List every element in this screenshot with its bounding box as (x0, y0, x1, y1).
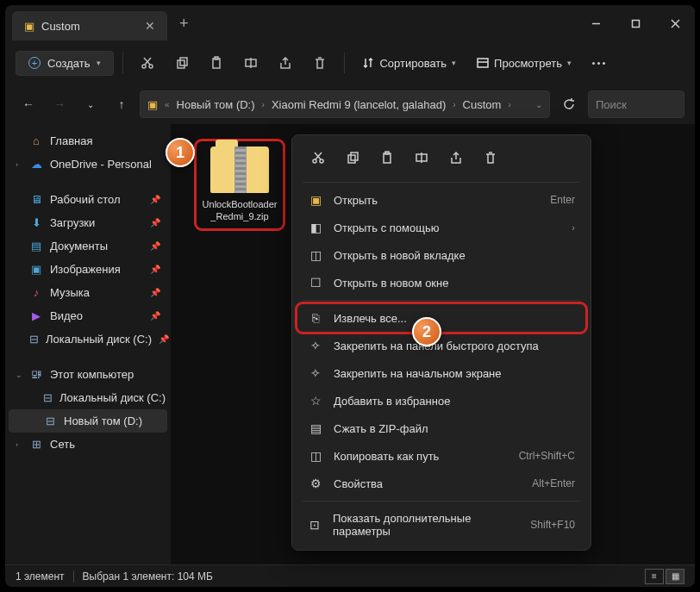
svg-line-7 (144, 58, 150, 65)
svg-point-4 (142, 65, 146, 68)
video-icon: ▶ (29, 309, 43, 322)
pin-icon: 📌 (150, 265, 160, 274)
sidebar-item-newvol[interactable]: ⊟Новый том (D:) (9, 409, 167, 433)
close-button[interactable] (655, 5, 695, 41)
sidebar-item-pictures[interactable]: ▣Изображения📌 (9, 258, 167, 281)
drive-icon: ⊟ (43, 414, 57, 427)
maximize-button[interactable] (616, 5, 655, 41)
drive-icon: ⊟ (29, 333, 39, 346)
ctx-more-options[interactable]: ⊡Показать дополнительные параметрыShift+… (297, 505, 585, 545)
copy-icon[interactable] (166, 48, 197, 78)
more-options-button[interactable] (584, 62, 614, 65)
ctx-pin-start[interactable]: ✧Закрепить на начальном экране (297, 359, 585, 387)
images-icon: ▣ (29, 263, 43, 276)
copy-icon[interactable] (337, 144, 368, 171)
svg-line-6 (145, 58, 151, 65)
search-input[interactable]: Поиск (588, 90, 684, 118)
callout-badge-1: 1 (166, 138, 195, 167)
ctx-copy-path[interactable]: ◫Копировать как путьCtrl+Shift+C (297, 442, 585, 470)
tab-icon: ◫ (308, 248, 323, 262)
ctx-compress[interactable]: ▤Сжать в ZIP-файл (297, 414, 585, 442)
ctx-open-window[interactable]: ☐Открыть в новом окне (297, 269, 585, 296)
home-icon: ⌂ (29, 134, 43, 147)
delete-icon[interactable] (475, 144, 506, 171)
new-tab-button[interactable]: + (167, 15, 201, 33)
chevron-down-icon: ▾ (97, 59, 101, 67)
view-button[interactable]: Просмотреть ▾ (468, 52, 580, 75)
sidebar-item-thispc[interactable]: ⌄🖳Этот компьютер (9, 363, 167, 386)
ctx-pin-quick[interactable]: ✧Закрепить на панели быстрого доступа (297, 332, 585, 359)
svg-rect-20 (348, 155, 355, 163)
delete-icon[interactable] (304, 48, 335, 78)
pin-icon: 📌 (150, 195, 160, 204)
rename-icon[interactable] (406, 144, 437, 171)
drive-icon: ⊟ (43, 391, 53, 404)
sidebar-item-home[interactable]: ⌂Главная (9, 129, 167, 153)
svg-point-16 (313, 159, 316, 163)
share-icon[interactable] (441, 144, 472, 171)
paste-icon[interactable] (372, 144, 403, 171)
sidebar-item-onedrive[interactable]: ›☁OneDrive - Personal (9, 153, 167, 176)
sort-button[interactable]: Сортировать ▾ (353, 52, 465, 75)
ctx-add-favorites[interactable]: ☆Добавить в избранное (297, 387, 585, 414)
status-selected: Выбран 1 элемент: 104 МБ (83, 570, 213, 583)
sidebar-item-localc[interactable]: ⊟Локальный диск (C:)📌 (9, 327, 167, 351)
status-bar: 1 элемент Выбран 1 элемент: 104 МБ ≡ ▦ (5, 564, 695, 587)
sidebar-item-downloads[interactable]: ⬇Загрузки📌 (9, 211, 167, 234)
plus-icon: + (28, 57, 41, 69)
up-button[interactable]: ↑ (109, 91, 134, 117)
file-name: UnlockBootloader_Redmi_9.zip (202, 198, 278, 223)
ctx-open-tab[interactable]: ◫Открыть в новой вкладке (297, 241, 585, 269)
share-icon[interactable] (270, 48, 301, 78)
breadcrumb-segment[interactable]: Xiaomi Redmi 9 (lancelot, galahad) (272, 98, 446, 111)
breadcrumb[interactable]: ▣ « Новый том (D:) › Xiaomi Redmi 9 (lan… (140, 90, 550, 118)
music-icon: ♪ (29, 286, 43, 299)
svg-point-17 (320, 159, 323, 163)
cloud-icon: ☁ (29, 158, 43, 171)
sidebar-item-music[interactable]: ♪Музыка📌 (9, 281, 167, 304)
svg-point-5 (149, 65, 153, 68)
window-icon: ☐ (308, 276, 323, 290)
refresh-button[interactable] (555, 90, 583, 118)
ctx-open-with[interactable]: ◧Открыть с помощью› (297, 214, 585, 241)
cut-icon[interactable] (303, 144, 334, 171)
file-item-zip[interactable]: UnlockBootloader_Redmi_9.zip (197, 141, 283, 228)
view-details-button[interactable]: ≡ (645, 569, 664, 584)
paste-icon[interactable] (201, 48, 232, 78)
tab-custom[interactable]: ▣ Custom ✕ (12, 11, 167, 41)
sidebar-item-network[interactable]: ›⊞Сеть (9, 433, 167, 456)
folder-icon: ▣ (308, 193, 323, 207)
svg-line-18 (316, 153, 322, 159)
chevron-right-icon: › (16, 160, 18, 169)
chevron-down-icon[interactable]: ⌄ (78, 91, 103, 117)
minimize-button[interactable] (576, 5, 616, 41)
sidebar-item-desktop[interactable]: 🖥Рабочий стол📌 (9, 188, 167, 211)
close-tab-icon[interactable]: ✕ (145, 19, 155, 33)
pin-icon: 📌 (150, 218, 160, 227)
forward-button[interactable]: → (47, 91, 72, 117)
svg-rect-9 (180, 58, 187, 65)
tab-title: Custom (41, 20, 80, 33)
back-button[interactable]: ← (16, 91, 41, 117)
window-controls (576, 5, 695, 41)
cut-icon[interactable] (132, 48, 163, 78)
pin-icon: ✧ (308, 366, 323, 380)
breadcrumb-segment[interactable]: Custom (463, 98, 502, 111)
sidebar-item-localc2[interactable]: ⊟Локальный диск (C:) (9, 386, 167, 409)
open-with-icon: ◧ (308, 221, 323, 234)
toolbar: + Создать ▾ Сортировать ▾ Просмотреть ▾ (5, 41, 695, 84)
breadcrumb-segment[interactable]: Новый том (D:) (177, 98, 255, 111)
svg-line-19 (315, 153, 321, 159)
ctx-properties[interactable]: ⚙СвойстваAlt+Enter (297, 470, 585, 497)
document-icon: ▤ (29, 240, 43, 252)
more-icon: ⊡ (308, 518, 322, 532)
ctx-extract-all[interactable]: ⎘Извлечь все... (297, 304, 585, 332)
star-icon: ☆ (308, 394, 323, 408)
ctx-open[interactable]: ▣ОткрытьEnter (297, 186, 585, 214)
sidebar-item-videos[interactable]: ▶Видео📌 (9, 304, 167, 327)
rename-icon[interactable] (235, 48, 266, 78)
address-bar: ← → ⌄ ↑ ▣ « Новый том (D:) › Xiaomi Redm… (5, 84, 695, 124)
create-button[interactable]: + Создать ▾ (16, 51, 114, 76)
sidebar-item-documents[interactable]: ▤Документы📌 (9, 234, 167, 258)
view-icons-button[interactable]: ▦ (666, 569, 684, 584)
